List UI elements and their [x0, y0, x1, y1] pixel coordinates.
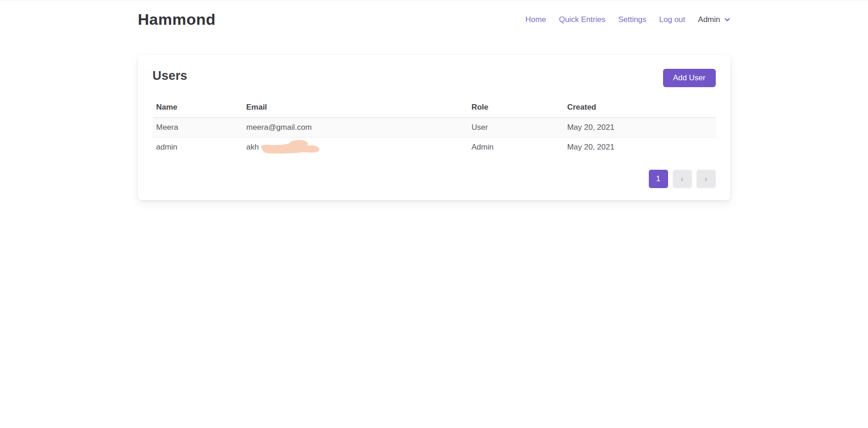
nav-link-home[interactable]: Home — [525, 15, 546, 24]
pagination-next-button[interactable]: › — [697, 170, 716, 188]
pagination-page-1[interactable]: 1 — [649, 170, 668, 188]
cell-created: May 20, 2021 — [564, 138, 716, 157]
cell-name: admin — [153, 138, 243, 157]
chevron-left-icon: ‹ — [680, 174, 683, 184]
user-menu-label: Admin — [698, 15, 720, 24]
main-content: Users Add User Name Email Role Created — [0, 35, 868, 200]
column-header-email: Email — [243, 99, 468, 118]
add-user-button[interactable]: Add User — [663, 69, 716, 87]
page-title: Users — [153, 69, 188, 83]
redaction-scribble — [258, 139, 321, 154]
cell-role: User — [468, 118, 564, 138]
nav-link-settings[interactable]: Settings — [618, 15, 646, 24]
email-visible-fragment: akh — [246, 143, 259, 151]
cell-name: Meera — [153, 118, 243, 138]
chevron-down-icon — [724, 17, 730, 23]
cell-role: Admin — [468, 138, 564, 157]
table-header-row: Name Email Role Created — [153, 99, 716, 118]
main-nav: Home Quick Entries Settings Log out Admi… — [525, 15, 730, 24]
column-header-role: Role — [468, 99, 564, 118]
column-header-created: Created — [564, 99, 716, 118]
nav-link-quick-entries[interactable]: Quick Entries — [559, 15, 605, 24]
brand-logo[interactable]: Hammond — [138, 11, 216, 28]
site-header: Hammond Home Quick Entries Settings Log … — [0, 0, 868, 35]
cell-email: meera@gmail.com — [243, 118, 468, 138]
users-table: Name Email Role Created Meera meera@gmai… — [153, 99, 716, 157]
nav-link-logout[interactable]: Log out — [659, 15, 686, 24]
cell-email: akh — [243, 138, 468, 157]
column-header-name: Name — [153, 99, 243, 118]
table-row: admin akh Admin May 20, 2021 — [153, 138, 716, 157]
table-row: Meera meera@gmail.com User May 20, 2021 — [153, 118, 716, 138]
user-menu[interactable]: Admin — [698, 15, 730, 24]
cell-created: May 20, 2021 — [564, 118, 716, 138]
users-card: Users Add User Name Email Role Created — [138, 55, 730, 200]
pagination: 1 ‹ › — [153, 170, 716, 188]
chevron-right-icon: › — [704, 174, 707, 184]
pagination-prev-button[interactable]: ‹ — [673, 170, 692, 188]
